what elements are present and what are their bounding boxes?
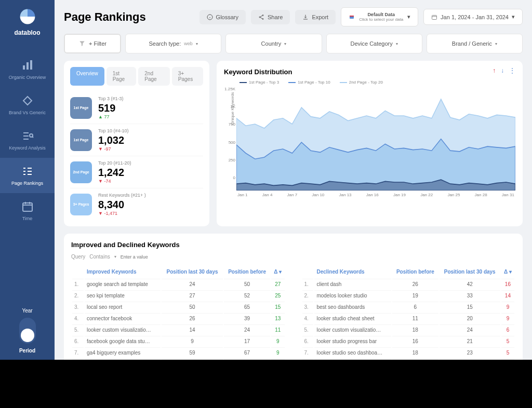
keyword-distribution-chart xyxy=(236,87,515,191)
stat-row[interactable]: 2nd Page Top 20 (#11-20) 1,242 ▼ -74 xyxy=(70,156,203,188)
svg-rect-2 xyxy=(30,60,32,70)
share-button[interactable]: Share xyxy=(251,10,290,24)
svg-point-8 xyxy=(262,18,263,19)
declined-keywords-table: Declined Keywords Position before Positi… xyxy=(301,265,516,360)
chart-panel: Keyword Distribution ↑ ↓ ⋮ 1st Page - To… xyxy=(217,61,523,226)
stat-badge: 1st Page xyxy=(70,97,92,119)
export-button[interactable]: Export xyxy=(295,10,336,24)
calendar-icon xyxy=(431,14,437,20)
table-row[interactable]: 4.looker studio cheat sheet11209 xyxy=(302,313,515,323)
sidebar: databloo Organic Overview Brand Vs Gener… xyxy=(0,0,55,360)
chevron-down-icon: ▾ xyxy=(396,42,398,46)
stat-row[interactable]: 1st Page Top 10 (#4-10) 1,032 ▼ -97 xyxy=(70,124,203,156)
sort-desc-icon[interactable]: ↓ xyxy=(501,67,504,74)
data-icon xyxy=(349,14,355,20)
svg-rect-1 xyxy=(26,62,29,70)
filter-brand[interactable]: Brand / Generic▾ xyxy=(427,34,523,53)
stat-badge: 1st Page xyxy=(70,129,92,151)
table-row[interactable]: 7.looker studio seo dashboa…18235 xyxy=(302,347,515,358)
query-filter-input[interactable] xyxy=(121,254,179,260)
filter-device[interactable]: Device Category▾ xyxy=(326,34,422,53)
svg-point-7 xyxy=(259,17,260,18)
period-toggle[interactable]: Year Period xyxy=(19,308,36,353)
improved-keywords-table: Improved Keywords Position last 30 days … xyxy=(71,265,286,360)
table-row[interactable]: 7.ga4 bigquery examples59679 xyxy=(72,347,285,358)
table-row[interactable]: 6.looker studio progress bar16215 xyxy=(302,336,515,346)
tab-2nd-page[interactable]: 2nd Page xyxy=(138,67,169,86)
nav-brand-vs-generic[interactable]: Brand Vs Generic xyxy=(0,87,55,123)
stat-badge: 2nd Page xyxy=(70,161,92,183)
chevron-down-icon: ▾ xyxy=(495,42,497,46)
table-row[interactable]: 4.connector facebook263913 xyxy=(72,313,285,323)
data-selector[interactable]: Default Data Click to select your data ▾ xyxy=(341,7,418,26)
date-range-picker[interactable]: Jan 1, 2024 - Jan 31, 2024 ▾ xyxy=(423,9,523,25)
svg-rect-0 xyxy=(23,65,25,70)
chevron-down-icon: ▾ xyxy=(196,42,198,46)
svg-rect-10 xyxy=(350,16,354,17)
filter-country[interactable]: Country▾ xyxy=(225,34,322,53)
chevron-down-icon: ▾ xyxy=(284,42,286,46)
svg-rect-11 xyxy=(432,15,437,19)
svg-rect-4 xyxy=(23,203,32,211)
chevron-down-icon: ▾ xyxy=(407,13,410,20)
table-row[interactable]: 2.modelos looker studio193314 xyxy=(302,290,515,301)
legend-item: 2nd Page - Top 20 xyxy=(340,80,383,85)
legend-item: 1st Page - Top 10 xyxy=(288,80,330,85)
table-row[interactable]: 8.youtube data studio9167 xyxy=(72,359,285,360)
stats-panel: Overview 1st Page 2nd Page 3+ Pages 1st … xyxy=(64,61,209,226)
keywords-tables-panel: Improved and Declined Keywords Query Con… xyxy=(64,234,523,360)
brand-name: databloo xyxy=(15,29,41,36)
logo-icon xyxy=(17,6,38,27)
table-row[interactable]: 5.looker custom visualizatio…142411 xyxy=(72,324,285,335)
nav-time[interactable]: Time xyxy=(0,193,55,228)
filter-icon xyxy=(78,40,86,47)
sort-asc-icon[interactable]: ↑ xyxy=(493,67,496,74)
more-icon[interactable]: ⋮ xyxy=(509,67,515,74)
page-title: Page Rankings xyxy=(64,10,194,24)
table-row[interactable]: 5.looker custom visualizatio…18246 xyxy=(302,324,515,335)
table-row[interactable]: 6.facebook google data stu…9179 xyxy=(72,336,285,346)
stat-row[interactable]: 3+ Pages Rest Keywords (#21+ ) 8,340 ▼ -… xyxy=(70,188,203,220)
table-row[interactable]: 1.google search ad template245027 xyxy=(72,279,285,289)
tab-overview[interactable]: Overview xyxy=(70,67,104,86)
table-row[interactable]: 1.client dash264216 xyxy=(302,279,515,289)
glossary-button[interactable]: Glossary xyxy=(200,10,246,24)
table-row[interactable]: 3.local seo report506515 xyxy=(72,302,285,312)
table-row[interactable]: 3.best seo dashboards6159 xyxy=(302,302,515,312)
tab-1st-page[interactable]: 1st Page xyxy=(107,67,137,86)
stat-row[interactable]: 1st Page Top 3 (#1-3) 519 ▲ 77 xyxy=(70,92,203,124)
nav-page-rankings[interactable]: Page Rankings xyxy=(0,158,55,193)
add-filter-button[interactable]: + Filter xyxy=(64,34,121,53)
stat-badge: 3+ Pages xyxy=(70,194,92,215)
download-icon xyxy=(302,14,309,20)
share-icon xyxy=(258,14,264,20)
chevron-down-icon: ▾ xyxy=(512,13,515,20)
info-icon xyxy=(207,14,213,20)
nav-keyword-analysis[interactable]: Keyword Analysis xyxy=(0,123,55,158)
tab-3plus-pages[interactable]: 3+ Pages xyxy=(172,67,203,86)
legend-item: 1st Page - Top 3 xyxy=(240,80,279,85)
chevron-down-icon: ▾ xyxy=(114,254,116,259)
filter-search-type[interactable]: Search type:web▾ xyxy=(125,34,221,53)
nav-organic-overview[interactable]: Organic Overview xyxy=(0,52,55,87)
table-row[interactable]: 2.seo kpi template275225 xyxy=(72,290,285,301)
table-row[interactable]: 8.google ads report template39445 xyxy=(302,359,515,360)
svg-point-6 xyxy=(262,15,263,16)
chart-title: Keyword Distribution xyxy=(224,68,515,76)
